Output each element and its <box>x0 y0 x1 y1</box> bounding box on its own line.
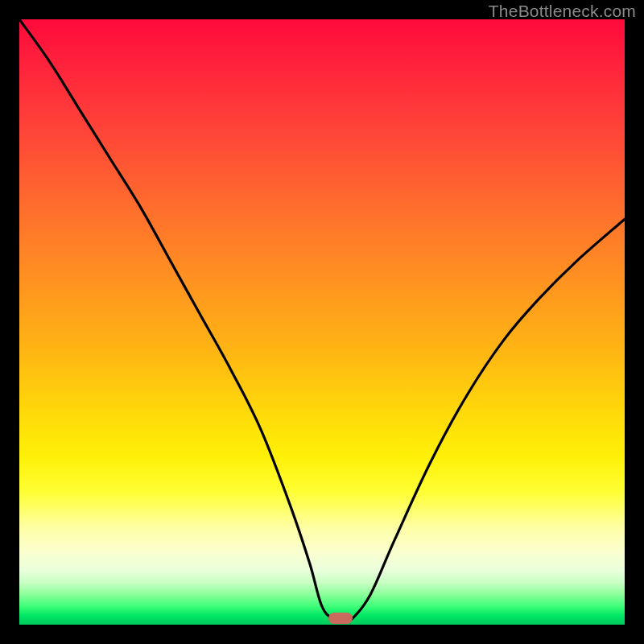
minimum-marker <box>328 613 353 624</box>
chart-frame: TheBottleneck.com <box>0 0 644 644</box>
plot-area <box>19 19 625 625</box>
bottleneck-curve-path <box>19 19 625 621</box>
watermark-text: TheBottleneck.com <box>489 2 636 21</box>
curve-svg <box>19 19 625 625</box>
